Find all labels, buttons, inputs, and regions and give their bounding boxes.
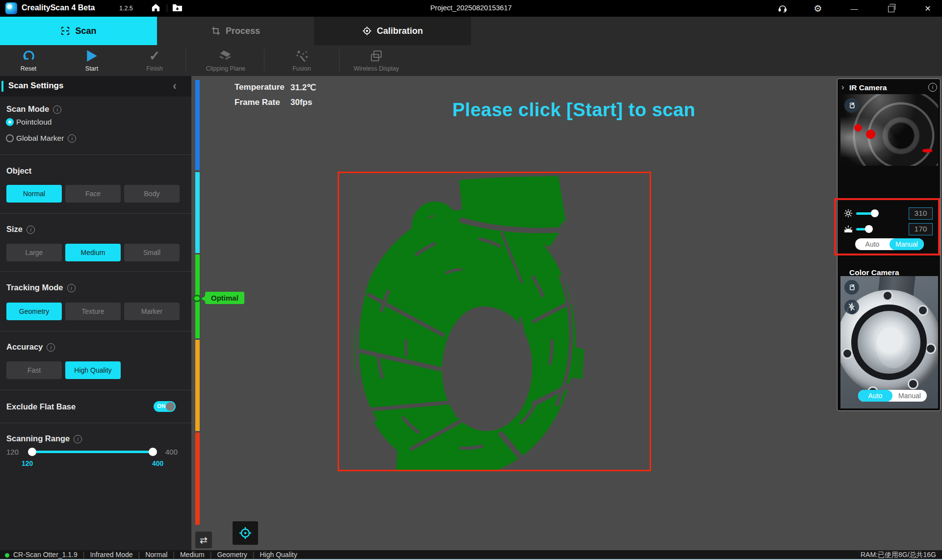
- scan-frame-icon: [60, 26, 70, 36]
- section-divider: [0, 423, 191, 423]
- device-connected-dot: [5, 553, 9, 558]
- object-option-body[interactable]: Body: [124, 185, 180, 203]
- swap-view-button[interactable]: ⇄: [195, 532, 212, 548]
- range-max-label: 400: [165, 448, 178, 456]
- toolbar-separator: [339, 48, 340, 72]
- global-marker-info-icon[interactable]: i: [68, 134, 76, 143]
- start-play-icon: [65, 48, 119, 64]
- ir-rotate-button[interactable]: [844, 98, 859, 113]
- size-info-icon[interactable]: i: [26, 226, 35, 234]
- status-device: CR-Scan Otter_1.1.9: [13, 551, 83, 559]
- tracking-option-texture[interactable]: Texture: [65, 303, 121, 320]
- tab-scan[interactable]: Scan: [0, 17, 157, 45]
- object-option-normal[interactable]: Normal: [6, 185, 62, 203]
- object-option-face[interactable]: Face: [65, 185, 121, 203]
- color-exposure-mode-switch: Auto Manual: [858, 390, 927, 402]
- object-label: Object: [6, 166, 31, 176]
- range-thumb-low[interactable]: [28, 448, 36, 456]
- process-crop-icon: [211, 26, 221, 36]
- section-divider: [0, 154, 191, 155]
- close-button[interactable]: ✕: [916, 0, 939, 17]
- section-divider: [0, 390, 191, 390]
- size-option-large[interactable]: Large: [6, 244, 62, 261]
- status-bar: CR-Scan Otter_1.1.9 | Infrared Mode | No…: [0, 550, 942, 559]
- wireless-display-button[interactable]: Wireless Display: [349, 48, 403, 72]
- accuracy-option-fast[interactable]: Fast: [6, 361, 62, 379]
- bolt-hole: [927, 345, 935, 353]
- header-accent-bar: [1, 81, 3, 92]
- toolbar-separator: [185, 48, 186, 72]
- accuracy-option-high-quality[interactable]: High Quality: [65, 361, 121, 379]
- accuracy-label: Accuracyi: [6, 342, 55, 352]
- status-accuracy: High Quality: [255, 551, 303, 559]
- scan-frame: [338, 172, 651, 471]
- start-button[interactable]: Start: [65, 48, 119, 72]
- radio-global-marker-icon: [6, 134, 14, 142]
- center-tracking-button[interactable]: [233, 521, 258, 545]
- status-scan-mode: Infrared Mode: [84, 551, 138, 559]
- scan-mode-label: Scan Modei: [6, 104, 61, 114]
- tab-bar: Scan Process Calibration: [0, 17, 942, 45]
- frame-rate-label: Frame Rate: [235, 98, 280, 107]
- rotate-icon: [847, 101, 856, 110]
- flash-off-button[interactable]: [844, 300, 859, 314]
- size-label: Sizei: [6, 225, 35, 234]
- calibration-target-icon: [362, 26, 372, 36]
- quality-segment-red: [195, 433, 200, 525]
- scanning-range-slider[interactable]: [32, 451, 153, 453]
- fusion-button[interactable]: Fusion: [275, 48, 329, 72]
- settings-gear-icon[interactable]: ⚙: [807, 0, 829, 17]
- status-tracking: Geometry: [211, 551, 252, 559]
- size-option-medium[interactable]: Medium: [65, 244, 121, 261]
- range-low-value: 120: [22, 459, 33, 467]
- fusion-sparkle-icon: [275, 48, 329, 64]
- ir-camera-info-icon[interactable]: i: [928, 83, 937, 92]
- reset-button[interactable]: Reset: [1, 48, 55, 72]
- pointcloud-preview: [339, 173, 650, 470]
- photo-center-bore: [876, 325, 911, 368]
- scanning-range-info-icon[interactable]: i: [74, 435, 82, 443]
- exclude-flat-base-toggle[interactable]: ON: [154, 401, 176, 412]
- color-camera-image: Auto Manual: [840, 276, 938, 408]
- clipping-plane-button[interactable]: Clipping Plane: [199, 48, 253, 72]
- color-mode-auto[interactable]: Auto: [858, 390, 892, 402]
- tracking-target-icon: [238, 526, 252, 540]
- flash-off-icon: [847, 303, 856, 311]
- ir-panel-chevron-icon[interactable]: ›: [841, 82, 844, 92]
- scan-mode-info-icon[interactable]: i: [53, 105, 61, 114]
- scan-settings-title: Scan Settings: [8, 81, 63, 91]
- restore-window-button[interactable]: [880, 0, 902, 17]
- scan-settings-panel: Scan Settings ‹ Scan Modei Pointcloud Gl…: [0, 76, 191, 550]
- restore-icon: [888, 6, 894, 12]
- optimal-label-notch: [201, 296, 205, 301]
- status-object: Normal: [140, 551, 173, 559]
- color-mode-manual[interactable]: Manual: [892, 390, 927, 402]
- section-divider: [0, 271, 191, 272]
- reset-icon: [1, 48, 55, 64]
- range-thumb-high[interactable]: [149, 448, 157, 456]
- minimize-button[interactable]: —: [843, 0, 865, 17]
- collapse-panel-chevron[interactable]: ‹: [173, 79, 177, 93]
- temperature-label: Temperature: [235, 82, 285, 92]
- tracking-option-geometry[interactable]: Geometry: [6, 303, 62, 320]
- radio-global-marker[interactable]: Global Marker i: [6, 133, 76, 143]
- tab-calibration[interactable]: Calibration: [314, 17, 471, 45]
- tracking-mode-label: Tracking Modei: [6, 283, 76, 292]
- finish-button[interactable]: ✓ Finish: [128, 48, 182, 72]
- radio-pointcloud[interactable]: Pointcloud: [6, 117, 52, 127]
- tracking-mode-info-icon[interactable]: i: [67, 284, 76, 292]
- ir-camera-header: › IR Camera i: [837, 81, 941, 94]
- tab-scan-label: Scan: [75, 26, 96, 36]
- title-bar: CrealityScan 4 Beta 1.2.5 Project_202508…: [0, 0, 942, 17]
- support-headset-icon[interactable]: [771, 0, 794, 17]
- ir-camera-title: IR Camera: [849, 83, 887, 92]
- optimal-label: Optimal: [205, 292, 244, 304]
- toolbar: Reset Start ✓ Finish Clipping Plane Fusi…: [0, 45, 942, 76]
- start-hint-text: Please click [Start] to scan: [452, 100, 696, 121]
- ram-usage: RAM:已使用8G/总共16G: [861, 551, 936, 560]
- tab-process[interactable]: Process: [157, 17, 314, 45]
- size-option-small[interactable]: Small: [124, 244, 180, 261]
- color-rotate-button[interactable]: [844, 280, 859, 295]
- accuracy-info-icon[interactable]: i: [47, 343, 55, 352]
- tracking-option-marker[interactable]: Marker: [124, 303, 180, 320]
